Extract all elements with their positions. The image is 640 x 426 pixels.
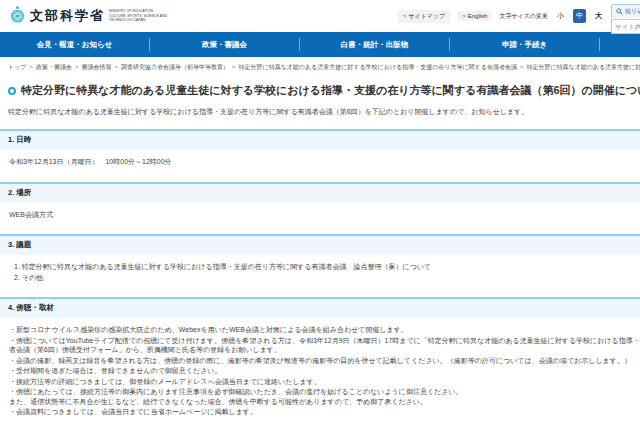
breadcrumb-link[interactable]: 特定分野に特異な才能のある児童生徒に対する学校における指導・支援の在り方等に関す… [238,64,516,70]
advanced-search-tab[interactable]: 絞り込み検索 [611,4,640,18]
section-text: ・傍聴にあたっては、接続方法等の御案内にあります注意事項を必ず御確認いただき、会… [9,387,640,406]
chevron-right-icon: > [403,13,407,19]
intro-text: 特定分野に特異な才能のある児童生徒に対する学校における指導・支援の在り方等に関す… [8,107,640,116]
nav-item[interactable]: 政策・審議会 [150,40,299,50]
site-logo-link[interactable]: 文部科学省 MINISTRY OF EDUCATION, CULTURE, SP… [9,5,171,27]
section: 2. 場所WEB会議方式 [0,182,640,222]
breadcrumb-separator: > [29,64,33,70]
section: 4. 傍聴・取材・新型コロナウイルス感染症の感染拡大防止のため、Webexを用い… [0,297,640,419]
section: 3. 議題1. 特定分野に特異な才能のある児童生徒に対する学校における指導・支援… [0,234,640,284]
page-title: 特定分野に特異な才能のある児童生徒に対する学校における指導・支援の在り方等に関す… [8,83,640,98]
breadcrumb-link[interactable]: 政策・審議会 [36,64,72,70]
nav-item[interactable]: 申請・手続き [450,40,599,50]
section-heading: 1. 日時 [0,129,640,150]
breadcrumb-separator: > [232,64,236,70]
page: 文部科学省 MINISTRY OF EDUCATION, CULTURE, SP… [0,0,640,426]
english-label: English [468,13,488,19]
font-size-small-button[interactable]: 小 [555,10,566,22]
font-size-large-button[interactable]: 大 [593,10,604,22]
breadcrumb-link[interactable]: トップ [8,64,26,70]
section-heading: 2. 場所 [0,182,640,203]
sitemap-label: サイトマップ [408,12,445,21]
title-bullet-icon [8,87,16,95]
english-link[interactable]: > English [457,11,492,21]
site-search: 絞り込み検索 [611,1,640,34]
section-text: WEB会議方式 [9,210,640,220]
breadcrumb-separator: > [520,64,524,70]
section-text: ・会議資料につきましては、会議当日までに当省ホームページに掲載します。 [9,407,640,417]
search-input[interactable] [611,19,640,34]
section-text: ・受付期間を過ぎた場合は、登録できませんので御留意ください。 [9,366,640,376]
sections-container: 1. 日時令和3年12月13日（月曜日） 10時00分～12時00分2. 場所W… [0,129,640,419]
section-heading: 3. 議題 [0,234,640,255]
mext-logo-icon [9,5,26,27]
section-body: ・新型コロナウイルス感染症の感染拡大防止のため、Webexを用いたWEB会議と対… [0,318,640,419]
breadcrumb-link[interactable]: 審議会情報 [81,64,111,70]
advanced-search-label: 絞り込み検索 [625,7,640,16]
site-header: 文部科学省 MINISTRY OF EDUCATION, CULTURE, SP… [0,0,640,32]
section-text: 2. その他 [9,273,640,283]
breadcrumb-separator: > [75,64,79,70]
font-size-label: 文字サイズの変更 [499,12,548,21]
section-text: 1. 特定分野に特異な才能のある児童生徒に対する学校における指導・支援の在り方等… [9,262,640,272]
page-title-text: 特定分野に特異な才能のある児童生徒に対する学校における指導・支援の在り方等に関す… [21,83,640,98]
section-text: ・会議の撮影、録画又は録音を希望される方は、傍聴の登録の際に、撮影等の希望及び報… [9,356,640,366]
breadcrumb-separator: > [114,64,118,70]
section-text: 令和3年12月13日（月曜日） 10時00分～12時00分 [9,157,640,167]
section-text: ・傍聴についてはYouTubeライブ配信での視聴にて受け付けます。傍聴を希望され… [9,336,640,355]
breadcrumb: トップ>政策・審議会>審議会情報>調査研究協力者会議等（初等中等教育）>特定分野… [8,63,640,72]
nav-separator [599,38,600,51]
section-text: ・新型コロナウイルス感染症の感染拡大防止のため、Webexを用いたWEB会議と対… [9,325,640,335]
main-nav: 会見・報道・お知らせ政策・審議会白書・統計・出版物申請・手続き [0,32,640,57]
main-content: 特定分野に特異な才能のある児童生徒に対する学校における指導・支援の在り方等に関す… [0,83,640,426]
section-text: ・接続方法等の詳細につきましては、御登録のメールアドレスへ会議当日までに連絡いた… [9,377,640,387]
header-utilities: > サイトマップ > English 文字サイズの変更 小 中 大 [398,0,640,32]
breadcrumb-link[interactable]: 特定分野に特異な才能のある児童生徒に対する学校における指導・支援の在り方等に関す… [526,64,640,70]
logo-title: 文部科学省 [30,7,105,25]
font-size-medium-button[interactable]: 中 [573,9,586,23]
section-heading: 4. 傍聴・取材 [0,297,640,318]
section-body: WEB会議方式 [0,203,640,222]
search-icon [616,8,623,15]
sitemap-link[interactable]: > サイトマップ [398,10,450,23]
nav-item[interactable]: 会見・報道・お知らせ [0,40,149,50]
breadcrumb-link[interactable]: 調査研究協力者会議等（初等中等教育） [121,64,229,70]
section-body: 令和3年12月13日（月曜日） 10時00分～12時00分 [0,150,640,169]
section: 1. 日時令和3年12月13日（月曜日） 10時00分～12時00分 [0,129,640,169]
logo-subtitle: MINISTRY OF EDUCATION, CULTURE, SPORTS, … [109,9,171,23]
page-viewport: 文部科学省 MINISTRY OF EDUCATION, CULTURE, SP… [0,0,640,426]
chevron-right-icon: > [462,13,466,19]
nav-item[interactable]: 白書・統計・出版物 [300,40,449,50]
section-body: 1. 特定分野に特異な才能のある児童生徒に対する学校における指導・支援の在り方等… [0,255,640,284]
